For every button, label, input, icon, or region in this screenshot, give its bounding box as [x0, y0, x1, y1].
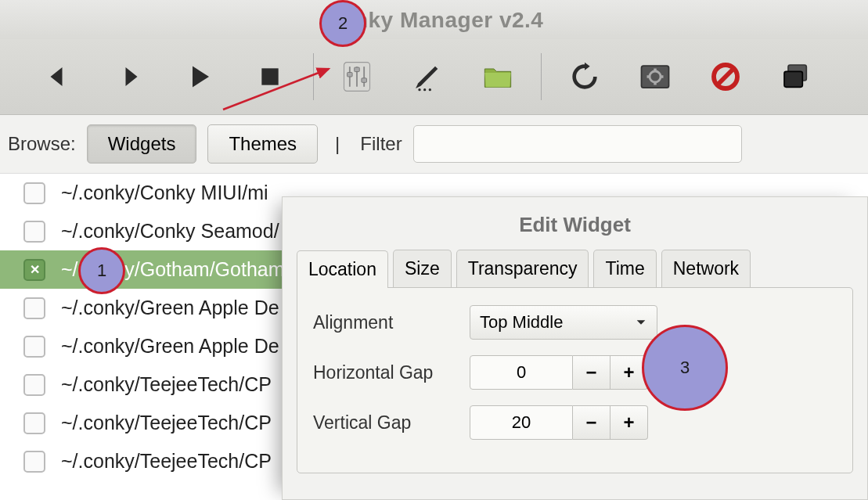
- back-button[interactable]: [38, 56, 80, 98]
- sliders-icon: [340, 59, 374, 94]
- vgap-minus-button[interactable]: −: [573, 405, 610, 440]
- hgap-stepper: 0 − +: [470, 355, 648, 390]
- prohibit-icon: [710, 61, 741, 92]
- checkbox[interactable]: [23, 297, 45, 319]
- arrow-left-icon: [45, 63, 73, 91]
- list-item-label: ~/.conky/TeejeeTech/CP: [61, 373, 272, 396]
- dialog-title: Edit Widget: [283, 197, 867, 250]
- windows-button[interactable]: [775, 56, 817, 98]
- settings-button[interactable]: [634, 56, 676, 98]
- toolbar-separator: [313, 53, 314, 100]
- vgap-plus-button[interactable]: +: [610, 405, 648, 440]
- svg-rect-0: [261, 68, 278, 85]
- check-mark-icon: ✕: [30, 262, 40, 277]
- checkbox[interactable]: [23, 182, 45, 204]
- cascade-windows-icon: [779, 61, 813, 92]
- toolbar: [0, 39, 868, 115]
- alignment-label: Alignment: [313, 312, 470, 333]
- vgap-stepper: 20 − +: [470, 405, 648, 440]
- themes-button[interactable]: Themes: [207, 124, 318, 164]
- tab-network[interactable]: Network: [661, 250, 751, 287]
- widgets-button[interactable]: Widgets: [87, 124, 197, 164]
- vgap-value[interactable]: 20: [470, 405, 573, 440]
- checkbox[interactable]: [23, 336, 45, 358]
- disable-button[interactable]: [704, 56, 747, 98]
- annotation-marker-1: 1: [78, 247, 125, 294]
- toolbar-separator: [541, 53, 542, 100]
- pen-icon: [412, 61, 443, 92]
- list-item-label: ~/.conky/TeejeeTech/CP: [61, 450, 272, 473]
- filter-label: Filter: [360, 133, 402, 155]
- checkbox[interactable]: [23, 221, 45, 243]
- svg-rect-16: [661, 75, 664, 78]
- list-item-label: ~/.conky/Conky Seamod/: [61, 220, 279, 243]
- svg-rect-6: [355, 67, 360, 72]
- svg-rect-15: [647, 75, 650, 78]
- hgap-value[interactable]: 0: [470, 355, 573, 390]
- annotation-marker-3: 3: [642, 325, 728, 411]
- hgap-minus-button[interactable]: −: [573, 355, 610, 390]
- hgap-label: Horizontal Gap: [313, 362, 470, 383]
- refresh-button[interactable]: [564, 56, 606, 98]
- svg-rect-5: [348, 73, 353, 77]
- play-button[interactable]: [178, 56, 221, 98]
- pen-button[interactable]: [406, 56, 448, 98]
- tab-body-location: Alignment Top Middle Horizontal Gap 0 − …: [297, 287, 853, 473]
- svg-rect-13: [654, 69, 657, 72]
- tab-transparency[interactable]: Transparency: [456, 250, 589, 287]
- svg-point-8: [418, 88, 420, 91]
- folder-icon: [481, 61, 515, 92]
- pipe-separator: |: [335, 133, 340, 155]
- list-item-label: ~/.conky/TeejeeTech/CP: [61, 412, 272, 434]
- checkbox[interactable]: [23, 412, 45, 434]
- svg-rect-20: [784, 71, 802, 87]
- browse-label: Browse:: [8, 133, 76, 155]
- refresh-icon: [569, 61, 600, 92]
- list-item-label: ~/.conky/Green Apple De: [61, 297, 279, 319]
- window-title: Conky Manager v2.4: [0, 0, 868, 39]
- filter-input[interactable]: [413, 125, 742, 163]
- alignment-select[interactable]: Top Middle: [470, 305, 657, 340]
- svg-rect-7: [362, 78, 367, 83]
- play-icon: [185, 63, 214, 91]
- gear-window-icon: [639, 60, 672, 93]
- edit-widget-dialog: Edit Widget Location Size Transparency T…: [282, 196, 868, 500]
- tab-size[interactable]: Size: [393, 250, 452, 287]
- svg-point-10: [429, 88, 431, 91]
- checkbox[interactable]: ✕: [23, 259, 45, 281]
- sliders-button[interactable]: [336, 56, 378, 98]
- alignment-value: Top Middle: [480, 312, 563, 333]
- folder-button[interactable]: [477, 56, 519, 98]
- chevron-down-icon: [635, 316, 647, 329]
- svg-point-9: [423, 88, 426, 91]
- forward-button[interactable]: [108, 56, 150, 98]
- svg-line-18: [718, 69, 733, 85]
- vgap-label: Vertical Gap: [313, 412, 470, 433]
- svg-rect-14: [654, 82, 657, 85]
- checkbox[interactable]: [23, 374, 45, 396]
- browse-bar: Browse: Widgets Themes | Filter: [0, 115, 868, 174]
- tab-time[interactable]: Time: [593, 250, 656, 287]
- arrow-right-icon: [115, 63, 143, 91]
- dialog-tabs: Location Size Transparency Time Network: [283, 250, 867, 287]
- list-item-label: ~/.conky/Conky MIUI/mi: [61, 182, 268, 204]
- checkbox[interactable]: [23, 451, 45, 473]
- list-item-label: ~/.conky/Green Apple De: [61, 335, 279, 358]
- stop-button[interactable]: [249, 56, 291, 98]
- annotation-marker-2: 2: [319, 0, 366, 47]
- tab-location[interactable]: Location: [297, 250, 388, 288]
- stop-icon: [258, 64, 283, 89]
